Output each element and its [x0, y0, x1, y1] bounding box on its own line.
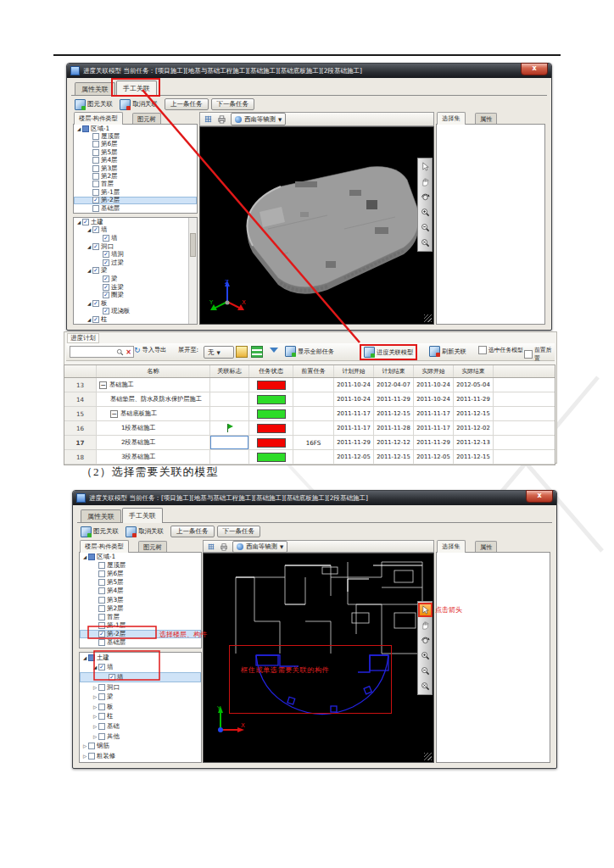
gantt-icon[interactable] [251, 346, 263, 358]
tab-floor-component[interactable]: 楼层-构件类型 [74, 112, 123, 125]
checkbox-off-icon[interactable] [98, 614, 105, 620]
checkbox-off-icon[interactable] [98, 713, 105, 720]
w2-comp-item-7[interactable]: ▷基础 [80, 721, 201, 732]
edit-note-icon[interactable] [236, 346, 248, 358]
w2-floor-item-0[interactable]: ◢区域-1 [80, 553, 201, 561]
task-status-cell[interactable] [249, 421, 293, 435]
checkbox-icon[interactable] [478, 346, 487, 354]
plan-end-cell[interactable]: 2011-11-28 [374, 421, 414, 435]
predecessor-cell[interactable]: 16FS [293, 436, 334, 449]
checkbox-off-icon[interactable] [98, 579, 105, 586]
predecessor-cell[interactable] [293, 421, 334, 435]
checkbox-off-icon[interactable] [92, 133, 99, 140]
table-row-task-15[interactable]: 15−基础底板施工2011-11-172011-12-152011-11-172… [64, 407, 555, 421]
clear-search-icon[interactable]: × [126, 348, 131, 356]
tree-scrollbar[interactable] [188, 218, 197, 324]
task-status-cell[interactable] [249, 436, 293, 449]
w2-floor-item-7[interactable]: 首层 [80, 613, 201, 621]
w1-comp-item-7[interactable]: ✓梁 [74, 275, 189, 283]
w1-comp-item-11[interactable]: ✓现浇板 [74, 308, 189, 316]
plan-end-cell[interactable]: 2011-11-29 [374, 392, 414, 406]
w1-floor-item-8[interactable]: 第-1层 [74, 188, 197, 196]
camera-view-dropdown[interactable]: 西南等轴测 ▼ [232, 541, 287, 553]
checkbox-partial-icon[interactable] [88, 654, 95, 661]
checkbox-off-icon[interactable] [98, 684, 105, 691]
checkbox-on-icon[interactable]: ✓ [103, 284, 109, 291]
filler-cell[interactable] [494, 450, 555, 464]
import-export-button[interactable]: ↻导入导出 [134, 346, 166, 354]
plan-end-cell[interactable]: 2012-04-07 [374, 378, 414, 392]
collapse-icon[interactable]: − [110, 410, 118, 418]
actual-end-cell[interactable]: 2011-12-15 [454, 450, 494, 464]
link-model-button[interactable]: 进度关联模型 [361, 346, 416, 359]
checkbox-off-icon[interactable] [98, 587, 105, 594]
zoom-out-icon[interactable] [420, 222, 431, 233]
checkbox-on-icon[interactable]: ✓ [103, 308, 109, 314]
w2-floor-item-2[interactable]: 第6层 [80, 570, 201, 578]
w1-comp-item-3[interactable]: ◢✓洞口 [74, 242, 189, 251]
w2-floor-item-10[interactable]: 基础层 [80, 638, 201, 647]
next-task-button[interactable]: 下一条任务 [211, 98, 255, 110]
checkbox-on-icon[interactable]: ✓ [92, 316, 99, 323]
task-name-cell[interactable]: 2段基础施工 [97, 436, 210, 449]
checkbox-on-icon[interactable]: ✓ [103, 235, 109, 242]
header-cell[interactable]: 前置任务 [293, 365, 334, 377]
show-all-tasks-button[interactable]: 显示全部任务 [285, 346, 334, 357]
w1-comp-item-4[interactable]: ✓墙洞 [74, 250, 189, 259]
w1-floor-item-6[interactable]: 第2层 [74, 172, 197, 180]
expand-closed-icon[interactable]: ▷ [92, 694, 98, 699]
actual-end-cell[interactable]: 2011-12-02 [454, 421, 494, 435]
checkbox-on-icon[interactable]: ✓ [92, 226, 99, 233]
cancel-link-button[interactable]: 取消关联 [126, 526, 164, 537]
checkbox-off-icon[interactable] [98, 704, 105, 710]
window2-titlebar[interactable]: 进度关联模型 当前任务：[项目施工][地基与基础工程施工][基础施工][基础底板… [73, 491, 556, 505]
expand-open-icon[interactable]: ◢ [86, 244, 92, 249]
w2-floor-item-5[interactable]: 第3层 [80, 595, 201, 604]
w2-comp-item-8[interactable]: ▷其他 [80, 732, 201, 742]
w2-comp-item-2[interactable]: ✓墙 [80, 672, 201, 682]
expand-closed-icon[interactable]: ▷ [92, 685, 98, 690]
tab-attribute-link[interactable]: 属性关联 [81, 509, 121, 523]
checkbox-on-icon[interactable]: ✓ [92, 243, 99, 250]
checkbox-on-icon[interactable]: ✓ [103, 275, 109, 282]
plan-start-cell[interactable]: 2011-11-17 [334, 421, 374, 435]
checkbox-partial-icon[interactable] [82, 125, 89, 132]
next-task-button[interactable]: 下一条任务 [217, 526, 261, 537]
expand-closed-icon[interactable]: ▷ [81, 743, 88, 748]
tab-selection-set[interactable]: 选择集 [437, 112, 466, 125]
checkbox-off-icon[interactable] [92, 165, 99, 172]
actual-start-cell[interactable]: 2011-12-05 [414, 450, 454, 464]
actual-start-cell[interactable]: 2011-11-29 [414, 436, 454, 449]
close-icon[interactable]: x [526, 490, 553, 503]
w1-floor-item-7[interactable]: 首层 [74, 181, 197, 188]
task-name-cell[interactable]: 基础垫层、防水及防水保护层施工 [97, 392, 210, 406]
plan-end-cell[interactable]: 2011-12-12 [374, 436, 414, 449]
zoom-extents-icon[interactable] [420, 681, 431, 692]
filter-icon[interactable] [270, 348, 278, 353]
w2-floor-item-3[interactable]: 第5层 [80, 578, 201, 587]
w1-comp-item-8[interactable]: ✓连梁 [74, 283, 189, 292]
zoom-in-icon[interactable] [420, 650, 431, 661]
link-flag-cell[interactable] [210, 407, 249, 420]
pan-hand-icon[interactable] [420, 620, 431, 631]
checkbox-on-icon[interactable]: ✓ [103, 292, 109, 298]
w2-comp-item-9[interactable]: ▷钢筋 [80, 741, 201, 751]
cancel-link-button[interactable]: 取消关联 [120, 99, 158, 110]
print-icon[interactable] [217, 114, 226, 124]
task-name-cell[interactable]: −基础施工 [97, 378, 210, 392]
table-row-task-13[interactable]: 13−基础施工2011-10-242012-04-072011-10-24201… [64, 378, 555, 392]
checkbox-off-icon[interactable] [92, 181, 99, 187]
collapse-icon[interactable]: − [99, 381, 107, 389]
task-status-cell[interactable] [249, 378, 293, 392]
w2-comp-item-3[interactable]: ▷洞口 [80, 682, 201, 693]
expand-open-icon[interactable]: ◢ [86, 227, 92, 232]
plan-start-cell[interactable]: 2011-10-24 [334, 392, 374, 406]
tab-manual-link[interactable]: 手工关联 [116, 81, 157, 96]
plan-start-cell[interactable]: 2011-11-17 [334, 407, 374, 420]
tab-selection-set[interactable]: 选择集 [437, 540, 466, 553]
checkbox-off-icon[interactable] [98, 562, 105, 569]
plan-end-cell[interactable]: 2011-12-15 [374, 450, 414, 464]
expand-closed-icon[interactable]: ▷ [92, 724, 98, 729]
actual-end-cell[interactable]: 2011-11-29 [454, 392, 494, 406]
w2-comp-item-4[interactable]: ▷梁 [80, 692, 201, 702]
